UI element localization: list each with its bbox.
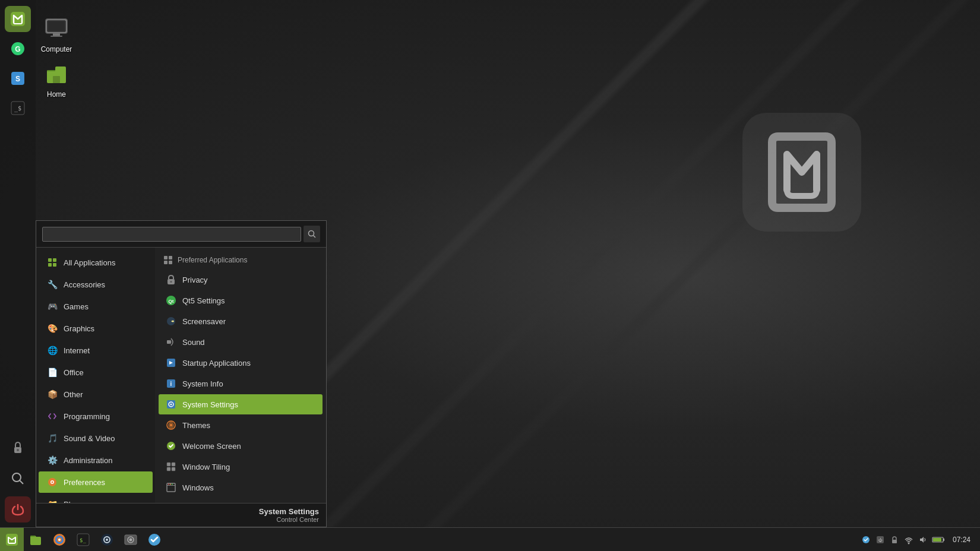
- tray-network[interactable]: [903, 534, 915, 546]
- sidebar-icon-lock[interactable]: [5, 435, 31, 461]
- svg-point-17: [12, 473, 21, 482]
- search-bar: [36, 221, 326, 248]
- svg-rect-21: [48, 258, 52, 262]
- category-games[interactable]: 🎮 Games: [39, 296, 153, 317]
- svg-rect-80: [933, 538, 941, 542]
- sidebar-icon-app3[interactable]: S: [5, 65, 31, 91]
- system-settings-icon: [165, 398, 178, 411]
- welcome-icon: [165, 439, 178, 452]
- app-startup[interactable]: Startup Applications: [159, 353, 323, 373]
- app-privacy[interactable]: Privacy: [159, 270, 323, 290]
- all-apps-icon: [46, 256, 59, 269]
- category-all[interactable]: All Applications: [39, 252, 153, 273]
- sidebar-icon-app2[interactable]: G: [5, 36, 31, 62]
- taskbar-app-screenshot[interactable]: [119, 528, 142, 551]
- svg-point-54: [170, 484, 171, 485]
- svg-point-45: [170, 424, 172, 426]
- app-window-tiling[interactable]: Window Tiling: [159, 457, 323, 477]
- svg-text:S: S: [15, 75, 20, 83]
- qt5-icon: Qt: [165, 294, 178, 307]
- category-places[interactable]: 📁 Places: [39, 493, 153, 503]
- sidebar-icon-power[interactable]: [5, 496, 31, 522]
- svg-rect-37: [167, 340, 170, 344]
- svg-point-43: [170, 404, 172, 406]
- taskbar-right: ⏻: [860, 534, 980, 546]
- svg-rect-31: [169, 261, 172, 264]
- category-internet[interactable]: 🌐 Internet: [39, 340, 153, 361]
- svg-point-72: [129, 538, 132, 541]
- taskbar-app-files[interactable]: [24, 528, 47, 551]
- category-office[interactable]: 📄 Office: [39, 362, 153, 383]
- app-welcome[interactable]: Welcome Screen: [159, 436, 323, 456]
- svg-text:i: i: [170, 381, 172, 387]
- start-menu: All Applications 🔧 Accessories 🎮 Games 🎨…: [36, 220, 327, 527]
- desktop-icon-computer[interactable]: Computer: [33, 12, 80, 56]
- category-other[interactable]: 📦 Other: [39, 384, 153, 405]
- category-graphics[interactable]: 🎨 Graphics: [39, 318, 153, 339]
- search-button[interactable]: [304, 226, 320, 242]
- svg-rect-23: [48, 263, 52, 267]
- tray-battery[interactable]: [931, 534, 946, 546]
- preferred-apps-icon: [162, 254, 174, 266]
- administration-icon: ⚙️: [46, 454, 59, 467]
- category-administration[interactable]: ⚙️ Administration: [39, 449, 153, 471]
- tray-ticktick[interactable]: [860, 534, 872, 546]
- category-sound-video[interactable]: 🎵 Sound & Video: [39, 428, 153, 449]
- app-tooltip: System Settings Control Center: [36, 503, 326, 527]
- tray-volume[interactable]: [917, 534, 929, 546]
- svg-line-18: [20, 480, 23, 484]
- taskbar-app-browser[interactable]: [48, 528, 71, 551]
- app-windows[interactable]: Windows: [159, 477, 323, 498]
- tooltip-subtitle: Control Center: [43, 516, 319, 523]
- svg-rect-22: [53, 258, 56, 262]
- sidebar: G S _$: [0, 0, 36, 527]
- svg-point-53: [168, 484, 169, 485]
- svg-point-78: [908, 542, 909, 544]
- tray-icon-2[interactable]: ⏻: [874, 534, 886, 546]
- office-icon: 📄: [46, 366, 59, 379]
- search-input[interactable]: [42, 227, 301, 242]
- svg-point-16: [17, 449, 19, 451]
- section-header: Preferred Applications: [157, 251, 324, 269]
- sidebar-icon-mint[interactable]: [5, 6, 31, 32]
- app-sound[interactable]: Sound: [159, 332, 323, 352]
- taskbar-app-terminal[interactable]: $_: [72, 528, 94, 551]
- desktop-icon-home[interactable]: Home: [33, 57, 80, 101]
- svg-point-27: [52, 482, 53, 483]
- sidebar-icon-search[interactable]: [5, 466, 31, 492]
- games-icon: 🎮: [46, 300, 59, 313]
- category-preferences[interactable]: Preferences: [39, 471, 153, 493]
- mint-logo: [736, 107, 867, 240]
- app-screensaver[interactable]: Screensaver: [159, 311, 323, 331]
- category-programming[interactable]: Programming: [39, 406, 153, 427]
- svg-rect-29: [169, 256, 172, 259]
- start-button[interactable]: [0, 528, 24, 552]
- svg-rect-51: [167, 483, 175, 492]
- app-sysinfo[interactable]: i System Info: [159, 373, 323, 394]
- privacy-icon: [165, 273, 178, 286]
- svg-point-33: [170, 281, 172, 283]
- svg-line-20: [314, 236, 316, 238]
- windows-icon: [165, 481, 178, 494]
- app-system-settings[interactable]: System Settings: [159, 394, 323, 414]
- svg-text:Qt: Qt: [169, 299, 174, 304]
- system-info-icon: i: [165, 377, 178, 390]
- sidebar-icon-terminal[interactable]: _$: [5, 95, 31, 121]
- app-themes[interactable]: Themes: [159, 415, 323, 435]
- other-icon: 📦: [46, 388, 59, 401]
- svg-rect-5: [50, 36, 62, 37]
- app-workspaces[interactable]: Workspaces: [159, 498, 323, 503]
- svg-point-55: [172, 484, 173, 485]
- app-qt5[interactable]: Qt Qt5 Settings: [159, 290, 323, 311]
- taskbar-clock: 07:24: [948, 536, 975, 544]
- taskbar-app-ticktick[interactable]: [143, 528, 166, 551]
- accessories-icon: 🔧: [46, 278, 59, 291]
- svg-rect-77: [892, 540, 897, 543]
- tray-lock[interactable]: [889, 534, 900, 546]
- taskbar-app-steam[interactable]: [96, 528, 118, 551]
- svg-rect-6: [48, 21, 65, 31]
- svg-rect-28: [164, 256, 167, 259]
- category-accessories[interactable]: 🔧 Accessories: [39, 274, 153, 295]
- sound-video-icon: 🎵: [46, 432, 59, 445]
- svg-rect-30: [164, 261, 167, 264]
